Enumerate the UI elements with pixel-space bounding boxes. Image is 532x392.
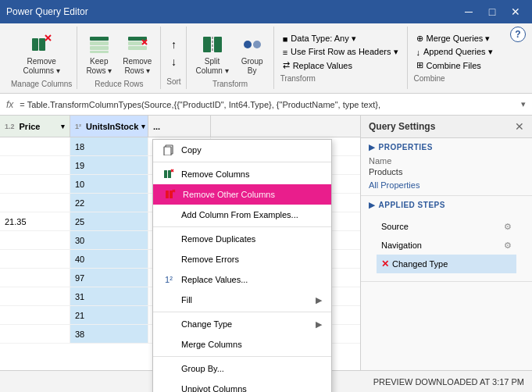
context-menu-item-unpivot-columns[interactable]: Unpivot Columns [153, 379, 331, 392]
units-type-badge: 1² [75, 123, 81, 130]
applied-steps-list: Source⚙Navigation⚙✕Changed Type [369, 214, 524, 276]
step-gear-navigation[interactable]: ⚙ [504, 241, 512, 251]
step-name-source: Source [381, 222, 504, 231]
svg-rect-25 [170, 191, 173, 198]
remove-rows-button[interactable]: RemoveRows ▾ [119, 30, 155, 78]
units-cell: 97 [70, 269, 148, 287]
append-queries-label: Append Queries ▾ [423, 47, 493, 57]
units-cell: 38 [70, 325, 148, 343]
minimize-button[interactable]: ─ [459, 4, 479, 20]
col-header-units[interactable]: 1² UnitsInStock ▾ [70, 116, 148, 137]
title-bar-controls: ─ □ ✕ [459, 4, 526, 20]
step-gear-source[interactable]: ⚙ [504, 222, 512, 232]
formula-dropdown[interactable]: ▾ [521, 99, 526, 109]
col-header-col3[interactable]: ... [148, 116, 211, 137]
keep-rows-button[interactable]: KeepRows ▾ [82, 30, 116, 78]
svg-rect-21 [168, 170, 171, 178]
replace-values-button[interactable]: ⇄ Replace Values [280, 59, 401, 71]
first-row-headers-button[interactable]: ≡ Use First Row as Headers ▾ [280, 46, 401, 58]
step-item-navigation[interactable]: Navigation⚙ [377, 236, 516, 255]
svg-rect-7 [90, 51, 109, 53]
step-item-changed-type[interactable]: ✕Changed Type [377, 255, 516, 273]
sort-desc-button[interactable]: ↓ [166, 54, 181, 69]
svg-rect-1 [39, 38, 45, 51]
help-button[interactable]: ? [510, 27, 526, 42]
triangle-icon: ▶ [369, 143, 376, 151]
grid-header: 1.2 Price ▾ 1² UnitsInStock ▾ ... [0, 116, 360, 137]
step-item-source[interactable]: Source⚙ [377, 217, 516, 236]
price-cell [0, 175, 70, 193]
query-settings-panel: Query Settings ✕ ▶ PROPERTIES Name Produ… [360, 116, 532, 370]
col3-label: ... [153, 122, 160, 131]
remove-columns-button[interactable]: RemoveColumns ▾ [20, 30, 64, 78]
append-queries-button[interactable]: ↓ Append Queries ▾ [414, 46, 495, 58]
units-cell: 18 [70, 137, 148, 155]
remove-columns-icon [29, 32, 54, 57]
context-menu-item-change-type[interactable]: Change Type▶ [153, 314, 331, 334]
col-header-price[interactable]: 1.2 Price ▾ [0, 116, 70, 137]
fill-icon-placeholder [162, 294, 175, 306]
units-cell: 19 [70, 156, 148, 174]
qs-title: Query Settings [369, 121, 435, 132]
svg-rect-14 [214, 37, 222, 52]
units-filter-icon[interactable]: ▾ [141, 123, 145, 130]
change-type-icon-placeholder [162, 318, 175, 330]
replace-values-label: Replace Values... [181, 275, 322, 284]
context-menu-item-add-column-examples[interactable]: Add Column From Examples... [153, 205, 331, 225]
copy-label: Copy [181, 145, 322, 155]
remove-other-columns-label: Remove Other Columns [183, 190, 320, 199]
merge-columns-icon-placeholder [162, 338, 175, 351]
context-menu-item-fill[interactable]: Fill▶ [153, 290, 331, 310]
merge-queries-button[interactable]: ⊕ Merge Queries ▾ [414, 33, 495, 45]
context-menu-separator [153, 356, 331, 357]
context-menu-item-remove-other-columns[interactable]: Remove Other Columns [153, 184, 331, 205]
qs-applied-steps-title: ▶ APPLIED STEPS [369, 201, 524, 209]
context-menu-item-merge-columns[interactable]: Merge Columns [153, 334, 331, 355]
context-menu-item-copy[interactable]: Copy [153, 140, 331, 160]
svg-rect-9 [128, 41, 142, 45]
units-cell: 22 [70, 194, 148, 212]
qs-properties-section: ▶ PROPERTIES Name Products All Propertie… [361, 138, 532, 196]
first-row-icon: ≡ [283, 48, 287, 57]
maximize-button[interactable]: □ [482, 4, 502, 20]
svg-rect-6 [90, 46, 109, 50]
context-menu-item-remove-errors[interactable]: Remove Errors [153, 249, 331, 269]
unpivot-columns-icon-placeholder [162, 383, 175, 392]
all-properties-link[interactable]: All Properties [369, 180, 420, 190]
append-queries-icon: ↓ [416, 48, 421, 57]
ribbon-group-manage-columns: RemoveColumns ▾ Manage Columns [6, 27, 77, 89]
split-column-button[interactable]: SplitColumn ▾ [191, 30, 232, 78]
context-menu-item-remove-duplicates[interactable]: Remove Duplicates [153, 229, 331, 249]
split-column-icon [200, 32, 225, 57]
remove-errors-label: Remove Errors [181, 255, 322, 264]
manage-columns-label: Manage Columns [11, 80, 72, 88]
group-by-icon-placeholder [162, 362, 175, 375]
context-menu-item-group-by[interactable]: Group By... [153, 358, 331, 379]
context-menu-item-remove-columns[interactable]: Remove Columns [153, 164, 331, 184]
sort-asc-button[interactable]: ↑ [166, 37, 181, 52]
fill-label: Fill [181, 295, 309, 305]
price-cell [0, 194, 70, 212]
group-by-button[interactable]: GroupBy [236, 30, 269, 78]
context-menu-item-replace-values[interactable]: 1²Replace Values... [153, 269, 331, 290]
data-type-button[interactable]: ■ Data Type: Any ▾ [280, 33, 401, 45]
ribbon-sort-content: ↑ ↓ [166, 30, 181, 76]
price-cell [0, 156, 70, 174]
units-cell: 40 [70, 250, 148, 268]
qs-close-button[interactable]: ✕ [515, 120, 524, 133]
title-bar: Power Query Editor ─ □ ✕ [0, 0, 532, 23]
svg-rect-19 [164, 147, 171, 155]
add-column-examples-icon-placeholder [162, 208, 175, 221]
combine-files-label: Combine Files [427, 61, 481, 70]
close-button[interactable]: ✕ [505, 4, 526, 20]
price-type-badge: 1.2 [5, 123, 15, 130]
context-menu-separator [153, 226, 331, 227]
status-text: PREVIEW DOWNLOADED AT 3:17 PM [373, 377, 524, 387]
price-cell: 21.35 [0, 212, 70, 230]
keep-rows-icon [87, 32, 112, 57]
transform-label: Transform [212, 80, 248, 88]
svg-rect-4 [90, 37, 109, 41]
price-filter-icon[interactable]: ▾ [61, 123, 65, 130]
units-cell: 10 [70, 175, 148, 193]
combine-files-button[interactable]: ⊞ Combine Files [414, 59, 495, 71]
